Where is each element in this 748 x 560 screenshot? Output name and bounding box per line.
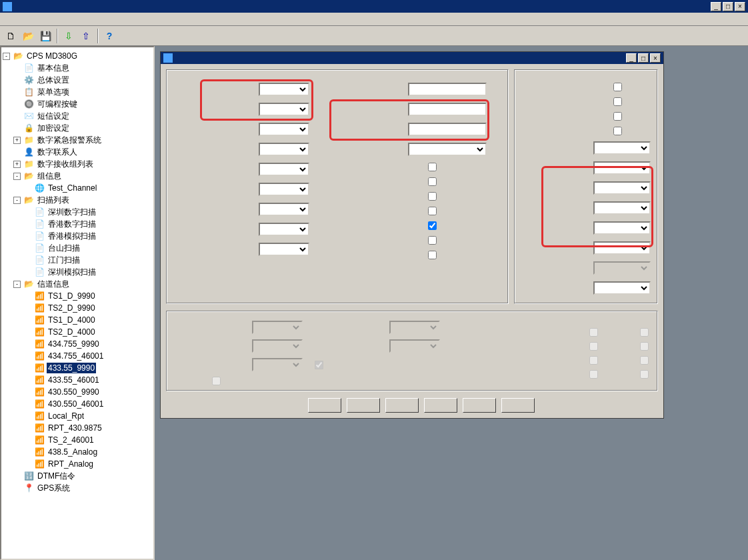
maximize-button[interactable]: □ [723,2,733,11]
recvgps-check[interactable] [428,251,437,259]
nav-last-button[interactable] [424,398,457,413]
tree-item[interactable]: 📶434.755_46001 [3,350,152,362]
tree-item[interactable]: 📄香港模拟扫描 [3,230,152,242]
bandwidth-select[interactable] [259,103,309,116]
new-icon[interactable]: 🗋 [3,28,19,44]
tree-item[interactable]: 📶430.550_9990 [3,386,152,398]
close-button[interactable]: × [735,2,745,11]
tree-item[interactable]: +📁数字接收组列表 [3,158,152,170]
tree-item[interactable]: 📶RPT_430.9875 [3,422,152,434]
tree-toggle-icon[interactable]: - [13,197,21,204]
open-icon[interactable]: 📂 [20,28,36,44]
nav-del-button[interactable] [501,398,535,413]
nav-prev-button[interactable] [347,398,380,413]
tree-item[interactable]: 📋菜单选项 [3,86,152,98]
tree-item[interactable]: 🔢DTMF信令 [3,470,152,482]
menu-view[interactable] [33,18,41,21]
tree-item[interactable]: -📂CPS MD380G [3,50,152,62]
tree-toggle-icon[interactable]: + [13,137,21,144]
txref-select[interactable] [259,183,309,196]
tree-toggle-icon[interactable]: - [13,281,21,288]
nav-first-button[interactable] [308,398,341,413]
power-select[interactable] [259,243,309,256]
tree-item[interactable]: 📶433.55_9990 [3,362,152,374]
udp-check[interactable] [613,127,622,135]
grouplist-select[interactable] [593,181,651,195]
read-icon[interactable]: ⇩ [61,28,77,44]
dialog-close-button[interactable]: × [650,53,661,63]
tree-item[interactable]: 📶TS1_D_4000 [3,314,152,326]
tree-item[interactable]: 📶TS2_D_9990 [3,302,152,314]
minimize-button[interactable]: _ [711,2,721,11]
tree-item[interactable]: 📄台山扫描 [3,242,152,254]
tree-item[interactable]: 📶434.755_9990 [3,338,152,350]
tree-item[interactable]: 📄香港数字扫描 [3,218,152,230]
tree-item[interactable]: ✉️短信设定 [3,110,152,122]
menu-program[interactable] [17,18,25,21]
tree-item[interactable]: 👤数字联系人 [3,146,152,158]
tree-item[interactable]: 📶433.55_46001 [3,374,152,386]
tree-item[interactable]: -📂扫描列表 [3,194,152,206]
menu-help[interactable] [49,18,57,21]
tree-item[interactable]: 🌐Test_Channel [3,182,152,194]
lonework-check[interactable] [428,192,437,201]
menu-edit[interactable] [9,18,17,21]
nav-add-button[interactable] [463,398,496,413]
privcall-check[interactable] [613,83,622,91]
tree-item[interactable]: 📄深圳数字扫描 [3,206,152,218]
nav-next-button[interactable] [385,398,419,413]
rxref-select[interactable] [259,163,309,176]
menu-settings[interactable] [25,18,33,21]
sidebar[interactable]: -📂CPS MD380G📄基本信息⚙️总体设置📋菜单选项🔘可编程按键✉️短信设定… [0,46,155,560]
autoscan-check[interactable] [428,163,437,171]
sendgps-check[interactable] [428,236,437,245]
tree-item[interactable]: 📶RPT_Analog [3,458,152,470]
menu-window[interactable] [41,18,49,21]
tree-item[interactable]: ⚙️总体设置 [3,74,152,86]
tree-item[interactable]: 📍GPS系统 [3,482,152,494]
vox-check[interactable] [428,207,437,215]
tree-item[interactable]: 📄深圳模拟扫描 [3,266,152,278]
tree-item[interactable]: 📶TS1_D_9990 [3,290,152,302]
menu-file[interactable] [1,18,9,21]
talkaround-check[interactable] [428,221,437,230]
tree-item[interactable]: 🔒加密设定 [3,122,152,134]
emsys-select[interactable] [593,141,651,155]
help-icon[interactable]: ? [101,28,117,44]
rxfreq-input[interactable] [408,103,487,116]
tree-toggle-icon[interactable]: + [13,161,21,168]
rxonly-check[interactable] [428,177,437,186]
write-icon[interactable]: ⇧ [78,28,94,44]
chname-input[interactable] [408,83,487,96]
tree-item[interactable]: 📶Local_Rpt [3,410,152,422]
dialog-minimize-button[interactable]: _ [626,53,637,63]
scanlist-select[interactable] [259,123,309,136]
txfreq-input[interactable] [408,123,487,136]
tree-item[interactable]: 📄江门扫描 [3,254,152,266]
contact-select[interactable] [593,161,651,175]
admit-select[interactable] [408,143,487,156]
tree-item[interactable]: -📂组信息 [3,170,152,182]
squelch-select[interactable] [259,143,309,156]
totrekey-select[interactable] [259,223,309,236]
dialog-maximize-button[interactable]: □ [638,53,649,63]
tree-item[interactable]: 📄基本信息 [3,62,152,74]
tree-toggle-icon[interactable]: - [13,173,21,180]
gpssys-select[interactable] [593,281,651,295]
datacall-check[interactable] [613,112,622,121]
tot-select[interactable] [259,203,309,216]
privacy-select[interactable] [593,241,651,255]
tree-item[interactable]: -📂信道信息 [3,278,152,290]
tree-item[interactable]: 📶TS2_D_4000 [3,326,152,338]
tree-toggle-icon[interactable]: - [3,53,10,60]
tree-item[interactable]: 📶430.550_46001 [3,398,152,410]
tree-item[interactable]: 📶TS_2_46001 [3,434,152,446]
tree-item[interactable]: 🔘可编程按键 [3,98,152,110]
tree-item[interactable]: +📁数字紧急报警系统 [3,134,152,146]
color-select[interactable] [593,201,651,215]
tree-item[interactable]: 📶438.5_Analog [3,446,152,458]
emalarm-check[interactable] [613,97,622,106]
save-icon[interactable]: 💾 [37,28,53,44]
slot-select[interactable] [593,221,651,235]
mode-select[interactable] [259,83,309,96]
